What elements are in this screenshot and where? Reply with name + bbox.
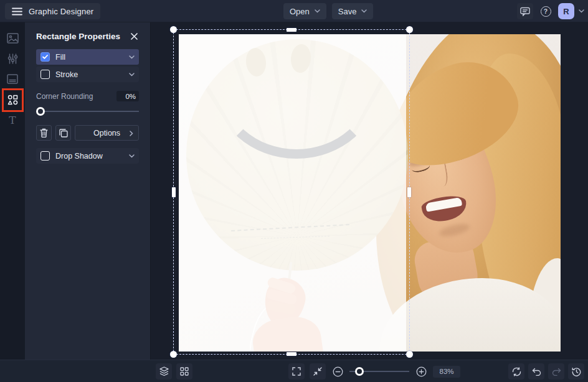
file-actions: Open Save [283,3,373,19]
fit-to-screen-button[interactable] [310,363,326,380]
history-controls [508,363,584,380]
pages-grid-button[interactable] [176,363,192,380]
drop-shadow-label: Drop Shadow [55,152,103,161]
corner-rounding-value[interactable]: 0% [116,91,139,101]
close-icon [131,33,138,40]
sliders-icon [7,54,18,64]
stroke-label: Stroke [55,70,78,79]
resize-handle-bottom[interactable] [287,352,296,356]
comment-icon [520,7,530,16]
history-button[interactable] [568,363,584,380]
chevron-down-icon [361,9,367,13]
graphic-designer-app: Graphic Designer Open Save ? R [0,0,588,382]
chevron-right-icon [130,129,133,138]
resize-handle-sw[interactable] [170,351,177,358]
refresh-button[interactable] [508,363,524,380]
fill-row[interactable]: Fill [36,49,139,65]
sidebar-item-adjustments[interactable] [4,50,21,67]
slider-track[interactable] [36,111,139,112]
grid-icon [180,367,189,376]
resize-handle-ne[interactable] [406,26,413,33]
main-menu-button[interactable]: Graphic Designer [5,3,100,19]
top-right-controls: ? R [517,3,584,19]
delete-button[interactable] [36,125,52,141]
close-panel-button[interactable] [130,32,139,41]
duplicate-icon [59,129,68,137]
bottom-toolbar: 83% [0,360,588,382]
chevron-down-icon [315,9,320,13]
save-button[interactable]: Save [332,3,374,19]
sidebar-item-shapes[interactable] [4,91,21,108]
fill-checkbox[interactable] [40,52,50,62]
image-icon [7,33,19,44]
text-tool-icon: T [9,115,16,126]
sidebar-item-text[interactable]: T [4,112,21,128]
shapes-icon [7,95,18,105]
corner-rounding-label: Corner Rounding [36,92,93,101]
undo-icon [532,368,541,376]
slider-handle[interactable] [36,107,45,116]
top-bar: Graphic Designer Open Save ? R [0,0,588,22]
layers-button[interactable] [156,363,172,380]
selection-bounding-box[interactable] [173,29,410,355]
help-glyph: ? [544,7,548,15]
fill-label: Fill [55,53,65,62]
chevron-down-icon[interactable] [129,154,135,158]
zoom-in-button[interactable] [414,363,428,380]
trash-icon [40,128,48,137]
redo-button[interactable] [548,363,564,380]
zoom-out-button[interactable] [331,363,344,380]
resize-handle-right[interactable] [407,187,411,197]
redo-icon [552,368,561,376]
resize-handle-top[interactable] [287,28,296,32]
hamburger-icon[interactable] [12,7,22,16]
minus-circle-icon [333,366,343,377]
feedback-button[interactable] [517,3,533,19]
stroke-checkbox[interactable] [40,70,50,79]
fullscreen-button[interactable] [288,363,305,380]
sidebar-item-images[interactable] [4,30,21,46]
bottom-left-tools [156,363,192,380]
app-title: Graphic Designer [29,7,93,16]
corner-rounding-slider[interactable] [36,107,139,116]
resize-handle-nw[interactable] [170,26,177,33]
open-button-label: Open [290,7,310,16]
expand-icon [292,367,301,376]
zoom-percentage[interactable]: 83% [433,366,460,378]
avatar[interactable]: R [558,3,574,19]
zoom-slider-handle[interactable] [355,367,364,376]
duplicate-button[interactable] [55,125,71,141]
save-button-label: Save [338,7,357,16]
undo-button[interactable] [528,363,544,380]
drop-shadow-checkbox[interactable] [40,151,50,161]
open-button[interactable]: Open [283,3,326,19]
plus-circle-icon [416,366,427,377]
zoom-slider[interactable] [349,367,409,376]
sidebar-item-layouts[interactable] [4,71,21,87]
layout-icon [7,74,18,84]
options-label: Options [93,129,120,137]
options-button[interactable]: Options [75,125,139,141]
sync-icon [512,367,521,376]
drop-shadow-row[interactable]: Drop Shadow [36,148,139,164]
layers-icon [159,366,169,376]
help-button[interactable]: ? [538,3,554,19]
corner-rounding-header: Corner Rounding 0% [36,91,139,101]
resize-handle-left[interactable] [172,187,176,197]
rectangle-properties-panel: Rectangle Properties Fill Stroke Corner … [25,22,151,360]
resize-handle-se[interactable] [406,351,413,358]
design-canvas[interactable] [151,22,588,360]
panel-title: Rectangle Properties [36,32,120,41]
chevron-down-icon[interactable] [129,55,135,59]
photo-teeth [425,197,463,212]
chevron-down-icon[interactable] [129,73,135,77]
help-icon: ? [541,6,551,17]
tool-sidebar: T [0,22,25,360]
collapse-icon [313,367,322,376]
check-icon [42,55,48,59]
account-chevron-down-icon[interactable] [579,9,584,13]
stroke-row[interactable]: Stroke [36,67,139,82]
avatar-initial: R [563,7,569,16]
zoom-controls: 83% [288,363,460,380]
object-actions: Options [36,125,139,141]
